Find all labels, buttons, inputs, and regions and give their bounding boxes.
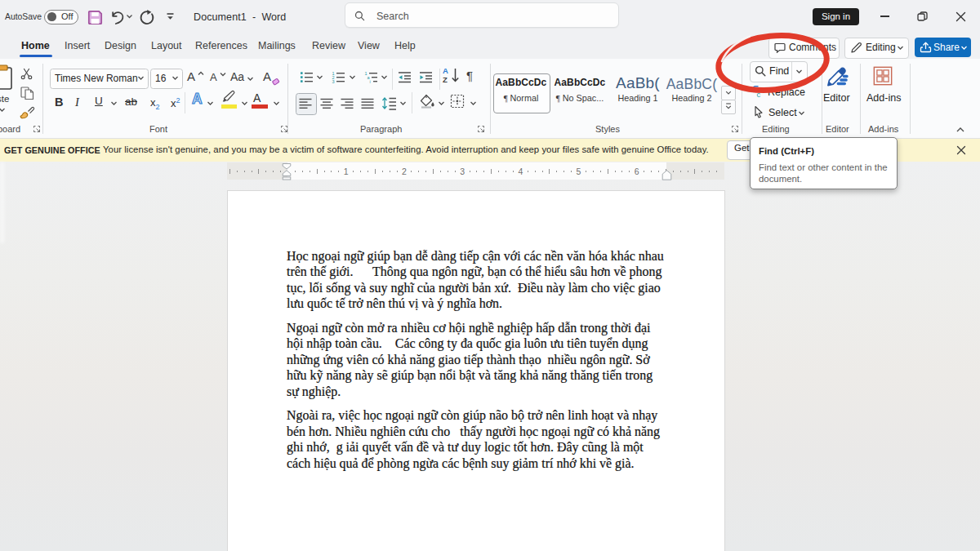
svg-text:i: i bbox=[370, 79, 371, 84]
svg-text:3: 3 bbox=[332, 79, 335, 84]
svg-text:A: A bbox=[192, 91, 203, 107]
